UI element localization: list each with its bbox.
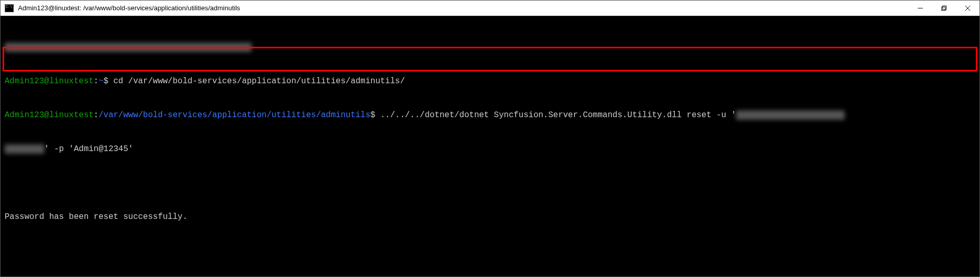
censored-text: ██████████████████████ bbox=[736, 110, 845, 120]
prompt-colon: : bbox=[94, 77, 99, 86]
output-text: Password has been reset successfully. bbox=[5, 212, 187, 221]
prompt-path: ~ bbox=[98, 77, 103, 86]
prompt-dollar: $ bbox=[371, 110, 380, 120]
maximize-button[interactable] bbox=[932, 1, 956, 15]
command-text: ../../../dotnet/dotnet Syncfusion.Server… bbox=[380, 110, 736, 120]
terminal-line-highlighted: Admin123@linuxtest:/var/www/bold-service… bbox=[5, 109, 975, 121]
terminal-blank-line bbox=[5, 177, 975, 189]
terminal-icon bbox=[5, 4, 14, 12]
window-title: Admin123@linuxtest: /var/www/bold-servic… bbox=[18, 4, 908, 12]
window-controls bbox=[908, 1, 979, 15]
svg-rect-2 bbox=[943, 6, 947, 9]
censored-text: ████████████████████ ███████████████████… bbox=[5, 43, 252, 52]
svg-rect-1 bbox=[942, 7, 946, 10]
terminal-output[interactable]: ████████████████████ ███████████████████… bbox=[1, 16, 979, 277]
command-text: ' -p 'Admin@12345' bbox=[44, 144, 133, 154]
prompt-userhost: Admin123@linuxtest bbox=[5, 110, 94, 120]
censored-text: ████████ bbox=[5, 144, 44, 154]
terminal-blank-line bbox=[5, 245, 975, 256]
terminal-line: Admin123@linuxtest:~$ cd /var/www/bold-s… bbox=[5, 76, 975, 87]
prompt-userhost: Admin123@linuxtest bbox=[5, 77, 94, 86]
terminal-line-censored: ████████████████████ ███████████████████… bbox=[5, 42, 975, 53]
prompt-path: /var/www/bold-services/application/utili… bbox=[98, 110, 370, 120]
window-titlebar: Admin123@linuxtest: /var/www/bold-servic… bbox=[1, 1, 979, 16]
command-text: cd /var/www/bold-services/application/ut… bbox=[113, 77, 405, 86]
minimize-button[interactable] bbox=[908, 1, 932, 15]
prompt-colon: : bbox=[94, 110, 99, 120]
prompt-dollar: $ bbox=[103, 77, 113, 86]
close-button[interactable] bbox=[956, 1, 979, 15]
terminal-line-highlighted-cont: ████████' -p 'Admin@12345' bbox=[5, 143, 975, 155]
terminal-line-output: Password has been reset successfully. bbox=[5, 211, 975, 223]
